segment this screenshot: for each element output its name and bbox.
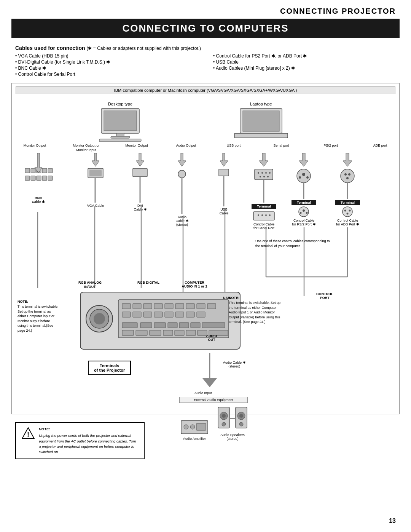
list-item: Control Cable for PS2 Port ✱, or ADB Por… — [213, 53, 396, 59]
svg-rect-100 — [197, 312, 205, 317]
svg-rect-96 — [154, 312, 162, 317]
cables-left-col: VGA Cable (HDB 15 pin) DVI-Digital Cable… — [15, 53, 198, 78]
svg-rect-89 — [175, 304, 184, 309]
list-item: BNC Cable ✱ — [15, 66, 198, 71]
svg-rect-90 — [186, 304, 194, 309]
audio-amplifier-icon — [179, 417, 210, 436]
audio-input-label: Audio Input — [194, 391, 212, 395]
page-number: 13 — [389, 518, 396, 524]
list-item: USB Cable — [213, 59, 396, 65]
cables-right-list: Control Cable for PS2 Port ✱, or ADB Por… — [213, 53, 396, 71]
svg-point-125 — [222, 422, 226, 426]
page-container: CONNECTING PROJECTOR CONNECTING TO COMPU… — [0, 0, 411, 532]
audio-cable-down-label: Audio Cable ✱ (stereo) — [223, 361, 246, 368]
svg-rect-98 — [175, 312, 184, 317]
svg-rect-88 — [165, 304, 173, 309]
svg-point-124 — [222, 414, 226, 418]
cables-heading-text: Cables used for connection — [15, 45, 85, 51]
cables-columns: VGA Cable (HDB 15 pin) DVI-Digital Cable… — [15, 53, 396, 78]
svg-rect-99 — [186, 312, 194, 317]
svg-rect-91 — [197, 304, 205, 309]
svg-rect-86 — [143, 304, 152, 309]
right-note: NOTE: This terminal is switchable. Set u… — [229, 296, 312, 324]
audio-speakers: Audio Speakers (stereo) — [217, 405, 248, 441]
terminals-projector-box: Terminals of the Projector — [88, 361, 131, 375]
svg-rect-85 — [133, 304, 141, 309]
left-note: NOTE: This terminal is switchable. Set u… — [18, 300, 75, 333]
svg-rect-121 — [196, 423, 206, 430]
header-bar: CONNECTING PROJECTOR — [0, 0, 411, 19]
svg-rect-105 — [179, 323, 189, 328]
warning-note-label: NOTE: — [39, 427, 139, 432]
svg-rect-113 — [186, 330, 196, 335]
projector-svg — [76, 281, 244, 357]
ext-audio-label: External Audio Equipment — [179, 397, 248, 403]
svg-rect-102 — [140, 323, 152, 328]
svg-rect-84 — [122, 304, 131, 309]
diagram-inner: Desktop type Laptop type — [12, 94, 399, 414]
svg-rect-92 — [207, 304, 216, 309]
page-header-title: CONNECTING PROJECTOR — [280, 7, 396, 15]
control-port-label: CONTROL PORT — [316, 292, 333, 300]
svg-rect-108 — [122, 330, 134, 335]
rgb-analog-label: RGB ANALOG IN/OUT — [78, 281, 102, 289]
diagram-top-label: IBM-compatible computer or Macintosh com… — [16, 86, 395, 94]
warning-box: ! NOTE: Unplug the power cords of both t… — [15, 422, 145, 459]
svg-rect-95 — [143, 312, 152, 317]
svg-point-120 — [190, 425, 195, 429]
svg-rect-87 — [154, 304, 162, 309]
list-item: DVI-Digital Cable (for Single Link T.M.D… — [15, 59, 198, 65]
computer-audio-label: COMPUTER AUDIO IN 1 or 2 — [179, 281, 210, 288]
svg-point-82 — [94, 313, 105, 324]
projector-unit — [76, 281, 244, 358]
audio-equipment-row: Audio Amplifier — [179, 405, 248, 441]
audio-amplifier: Audio Amplifier — [179, 417, 210, 441]
section-title: CONNECTING TO COMPUTERS — [11, 19, 400, 38]
svg-rect-111 — [163, 330, 173, 335]
cables-right-col: Control Cable for PS2 Port ✱, or ADB Por… — [213, 53, 396, 78]
audio-speakers-icon — [217, 405, 248, 432]
svg-rect-112 — [175, 330, 184, 335]
svg-point-119 — [184, 425, 188, 429]
audio-out-label: AUDIO OUT — [202, 334, 221, 342]
svg-rect-109 — [136, 330, 147, 335]
cables-heading: Cables used for connection (✱ = Cables o… — [15, 45, 396, 51]
svg-rect-97 — [165, 312, 173, 317]
svg-rect-107 — [202, 323, 225, 328]
cables-heading-note: (✱ = Cables or adapters not supplied wit… — [86, 46, 201, 51]
audio-amplifier-label: Audio Amplifier — [179, 437, 210, 441]
rgb-digital-label: RGB DIGITAL — [137, 281, 159, 284]
svg-rect-93 — [122, 312, 131, 317]
audio-down-arrow-icon — [198, 353, 221, 391]
svg-text:!: ! — [27, 431, 29, 439]
svg-rect-110 — [150, 330, 161, 335]
warning-message: Unplug the power cords of both the proje… — [39, 433, 139, 455]
svg-point-129 — [239, 422, 243, 426]
svg-point-128 — [239, 414, 243, 418]
audio-speakers-label: Audio Speakers (stereo) — [217, 433, 248, 441]
warning-text-content: NOTE: Unplug the power cords of both the… — [39, 427, 139, 455]
svg-rect-106 — [191, 323, 200, 328]
diagram-outer: IBM-compatible computer or Macintosh com… — [11, 83, 400, 414]
svg-rect-101 — [122, 323, 137, 328]
list-item: VGA Cable (HDB 15 pin) — [15, 53, 198, 59]
svg-rect-103 — [154, 323, 166, 328]
svg-rect-94 — [133, 312, 141, 317]
warning-icon: ! — [21, 427, 35, 440]
list-item: Control Cable for Serial Port — [15, 72, 198, 77]
cables-section: Cables used for connection (✱ = Cables o… — [15, 45, 396, 78]
svg-rect-104 — [168, 323, 177, 328]
svg-marker-117 — [202, 378, 217, 387]
cables-left-list: VGA Cable (HDB 15 pin) DVI-Digital Cable… — [15, 53, 198, 77]
ext-audio-box: External Audio Equipment Audio Amplifier — [179, 397, 248, 441]
list-item: Audio Cables (Mini Plug [stereo] x 2) ✱ — [213, 66, 396, 71]
